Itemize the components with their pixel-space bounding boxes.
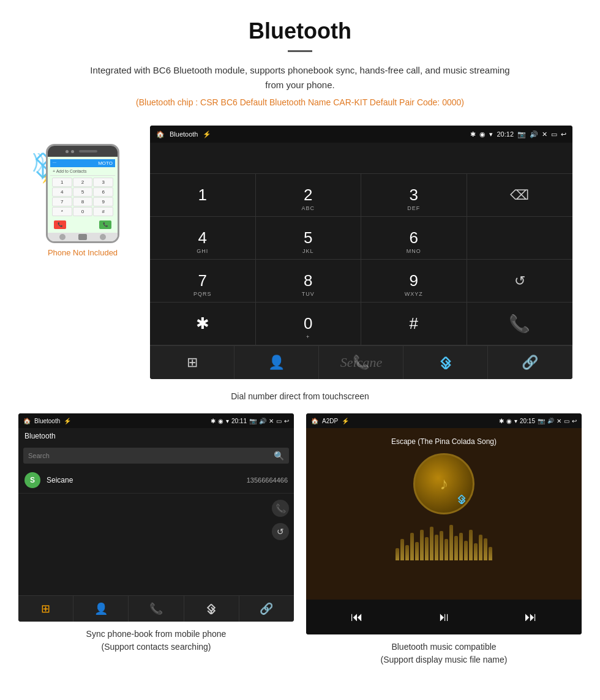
- search-icon: 🔍: [274, 451, 284, 461]
- dialer-key-1[interactable]: 1: [150, 174, 256, 217]
- phone-mockup: ···MOTO + Add to Contacts 1 2 3 4 5 6 7 …: [46, 144, 119, 243]
- dialer-key-9[interactable]: 9WXYZ: [361, 260, 467, 303]
- search-bar[interactable]: Search 🔍: [23, 448, 289, 464]
- pb-cam-icon: 📷: [249, 418, 257, 424]
- dialer-key-4[interactable]: 4GHI: [150, 217, 256, 260]
- dialer-key-0[interactable]: 0+: [256, 303, 362, 345]
- music-title: A2DP: [322, 418, 338, 424]
- pb-phone-btn[interactable]: 📞: [272, 500, 289, 517]
- phone-key-8: 8: [73, 197, 93, 206]
- dialer-key-hash[interactable]: #: [361, 303, 467, 345]
- pb-home-icon: 🏠: [23, 418, 31, 424]
- dialer-nav-settings[interactable]: 🔗: [488, 346, 572, 379]
- android-phonebook-screen: 🏠 Bluetooth ⚡ ✱ ◉ ▾ 20:11 📷 🔊 ✕ ▭ ↩: [18, 413, 294, 622]
- contact-name: Seicane: [47, 476, 241, 484]
- volume-icon: 🔊: [530, 130, 538, 138]
- pb-loc-icon: ◉: [218, 418, 223, 424]
- music-content: Escape (The Pina Colada Song) ♪: [306, 428, 582, 600]
- dialer-key-3[interactable]: 3DEF: [361, 174, 467, 217]
- phone-key-4: 4: [52, 187, 72, 197]
- bluetooth-nav-icon: [439, 356, 452, 369]
- phone-top-bar: [48, 146, 118, 157]
- pb-signal-icon: ▾: [226, 418, 229, 424]
- dialer-nav-contacts[interactable]: 👤: [234, 346, 319, 379]
- phone-screen-header: ···MOTO: [50, 159, 115, 167]
- music-loc-icon: ◉: [506, 418, 512, 424]
- music-signal-icon: ▾: [514, 418, 517, 424]
- time-display: 20:12: [497, 130, 514, 138]
- phone-key-9: 9: [93, 197, 113, 206]
- pb-usb-icon: ⚡: [64, 418, 71, 424]
- music-home-icon: 🏠: [311, 418, 318, 424]
- phone-mockup-container: ⚡: [28, 126, 138, 257]
- android-music-screen: 🏠 A2DP ⚡ ✱ ◉ ▾ 20:15 📷 🔊 ✕ ▭ ↩ Escape: [306, 413, 582, 634]
- phone-key-7: 7: [52, 197, 72, 206]
- music-caption: Bluetooth music compatible (Support disp…: [381, 641, 508, 666]
- window-icon: ▭: [551, 130, 557, 138]
- dialer-backspace[interactable]: ⌫: [467, 174, 573, 217]
- music-controls: ⏮ ⏯ ⏭: [306, 600, 582, 634]
- music-prev-btn[interactable]: ⏮: [342, 607, 372, 627]
- dialer-grid: 1 2ABC 3DEF ⌫ 4GHI 5JKL 6MNO: [150, 173, 572, 345]
- pb-close-icon: ✕: [269, 418, 274, 424]
- phonebook-caption: Sync phone-book from mobile phone (Suppo…: [86, 628, 227, 653]
- pb-header-left: Bluetooth: [24, 432, 56, 440]
- music-note-icon: ♪: [440, 474, 448, 494]
- pb-nav-contacts[interactable]: 👤: [73, 596, 129, 622]
- page-header: Bluetooth Integrated with BC6 Bluetooth …: [0, 0, 600, 126]
- search-placeholder: Search: [28, 452, 50, 459]
- dialer-refresh[interactable]: ↺: [467, 260, 573, 303]
- phone-key-star: *: [52, 207, 72, 216]
- phone-add-contact: + Add to Contacts: [50, 167, 115, 176]
- dialer-empty-r2: [467, 217, 573, 260]
- music-song-title: Escape (The Pina Colada Song): [391, 437, 497, 446]
- dialer-key-star[interactable]: ✱: [150, 303, 256, 345]
- phone-key-1: 1: [52, 178, 72, 187]
- pb-nav-bluetooth[interactable]: [184, 596, 239, 622]
- phonebook-status-bar: 🏠 Bluetooth ⚡ ✱ ◉ ▾ 20:11 📷 🔊 ✕ ▭ ↩: [18, 413, 294, 428]
- dialer-call-green[interactable]: 📞: [467, 303, 573, 345]
- status-bar: 🏠 Bluetooth ⚡ ✱ ◉ ▾ 20:12 📷 🔊 ✕ ▭ ↩: [150, 126, 572, 143]
- location-icon: ◉: [479, 130, 486, 138]
- music-play-pause-btn[interactable]: ⏯: [429, 607, 459, 627]
- music-back-icon: ↩: [572, 418, 577, 424]
- dialer-nav-keypad[interactable]: ⊞: [150, 346, 234, 379]
- camera-icon: 📷: [517, 130, 526, 138]
- dialer-key-8[interactable]: 8TUV: [256, 260, 362, 303]
- phone-bottom-bar: [48, 233, 118, 241]
- pb-back-icon: ↩: [284, 418, 289, 424]
- close-icon: ✕: [542, 130, 547, 138]
- music-album-art: ♪: [413, 453, 474, 514]
- contact-number: 13566664466: [247, 476, 288, 484]
- music-win-icon: ▭: [564, 418, 569, 424]
- dialer-nav-bluetooth[interactable]: [403, 346, 488, 379]
- pb-nav-link[interactable]: 🔗: [239, 596, 294, 622]
- pb-nav-keypad[interactable]: ⊞: [18, 596, 73, 622]
- pb-header-title: Bluetooth: [24, 432, 56, 440]
- contact-row-seicane[interactable]: S Seicane 13566664466: [18, 467, 294, 494]
- music-time: 20:15: [520, 418, 535, 424]
- dialer-key-7[interactable]: 7PQRS: [150, 260, 256, 303]
- phone-screen: ···MOTO + Add to Contacts 1 2 3 4 5 6 7 …: [48, 157, 118, 233]
- main-dialer-section: ⚡: [0, 126, 600, 379]
- pb-nav-phone[interactable]: 📞: [129, 596, 184, 622]
- dialer-nav-phone[interactable]: 📞: [319, 346, 403, 379]
- phone-key-2: 2: [73, 178, 93, 187]
- pb-refresh-btn[interactable]: ↺: [272, 523, 289, 540]
- music-bt-overlay-icon: [457, 494, 467, 506]
- back-icon: ↩: [561, 130, 566, 138]
- status-title: Bluetooth: [170, 130, 198, 138]
- dialer-key-5[interactable]: 5JKL: [256, 217, 362, 260]
- contact-avatar: S: [24, 472, 40, 488]
- music-next-btn[interactable]: ⏭: [516, 607, 546, 627]
- music-equalizer: [315, 524, 572, 560]
- phonebook-bottom-nav: ⊞ 👤 📞 🔗: [18, 595, 294, 622]
- status-right: ✱ ◉ ▾ 20:12 📷 🔊 ✕ ▭ ↩: [470, 130, 566, 138]
- pb-title: Bluetooth: [34, 418, 60, 424]
- dialer-key-2[interactable]: 2ABC: [256, 174, 362, 217]
- dialer-key-6[interactable]: 6MNO: [361, 217, 467, 260]
- bottom-screenshots: 🏠 Bluetooth ⚡ ✱ ◉ ▾ 20:11 📷 🔊 ✕ ▭ ↩: [0, 413, 600, 679]
- phone-key-0: 0: [73, 207, 93, 216]
- music-cam-icon: 📷: [538, 418, 545, 424]
- android-dialer-screen: 🏠 Bluetooth ⚡ ✱ ◉ ▾ 20:12 📷 🔊 ✕ ▭ ↩ 1: [150, 126, 572, 379]
